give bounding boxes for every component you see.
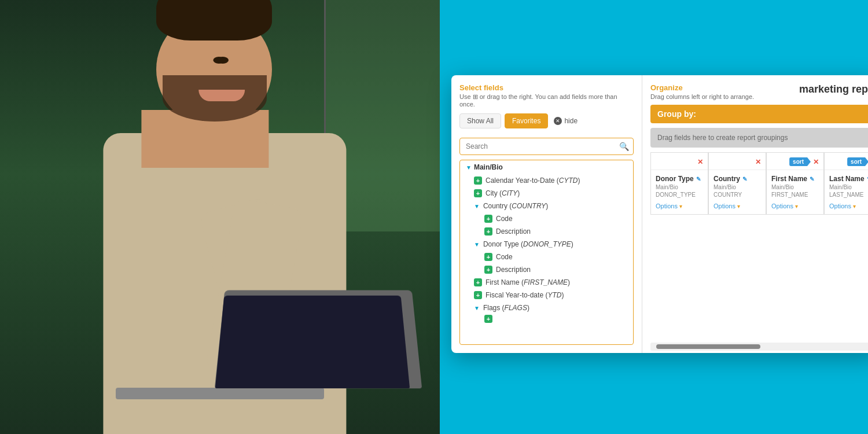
chevron-down-icon: ▼: [466, 164, 472, 171]
tabs-row: Show All Favorites ✕ hide: [459, 113, 634, 128]
remove-first-name-button[interactable]: ✕: [813, 158, 819, 166]
group-drop-zone[interactable]: Drag fields here to create report groupi…: [650, 128, 868, 148]
column-country-body: Country ✎ Main/Bio COUNTRY Options: [709, 170, 766, 214]
group-country[interactable]: ▼ Country (COUNTRY): [460, 200, 633, 212]
right-section: Select fields Use ⊞ or drag to the right…: [440, 0, 868, 434]
organize-header: Organize Drag columns left or right to a…: [642, 75, 868, 105]
group-main-bio-label: Main/Bio: [474, 163, 503, 171]
chevron-down-icon: ▼: [474, 241, 480, 248]
field-first-name[interactable]: + First Name (FIRST_NAME): [460, 276, 633, 289]
columns-row: ✕ Donor Type ✎ Main/Bio DONOR_TYPE Optio…: [650, 152, 868, 215]
plus-icon: +: [484, 315, 492, 323]
column-country: ✕ Country ✎ Main/Bio COUNTRY Options: [708, 152, 766, 215]
column-first-name-body: First Name ✎ Main/Bio FIRST_NAME Options: [767, 170, 823, 214]
column-first-name: sort ✕ First Name ✎ Main/Bio FIRST_NAME: [766, 152, 824, 215]
field-donor-type-code-label: Code: [496, 253, 513, 261]
column-last-name-db: LAST_NAME: [829, 192, 868, 198]
field-calendar-ytd[interactable]: + Calendar Year-to-Date (CYTD): [460, 174, 633, 187]
group-flags[interactable]: ▼ Flags (FLAGS): [460, 301, 633, 314]
column-first-name-name: First Name ✎: [771, 175, 819, 183]
select-fields-subtitle: Use ⊞ or drag to the right. You can add …: [459, 93, 634, 108]
select-fields-header: Select fields Use ⊞ or drag to the right…: [451, 75, 642, 138]
column-donor-type-header: ✕: [651, 153, 708, 170]
column-country-name: Country ✎: [713, 175, 761, 183]
tab-favorites[interactable]: Favorites: [505, 113, 548, 128]
plus-icon: +: [484, 215, 492, 223]
group-donor-type[interactable]: ▼ Donor Type (DONOR_TYPE): [460, 238, 633, 251]
report-title: marketing report: [799, 83, 868, 95]
column-donor-type-name: Donor Type ✎: [656, 175, 703, 183]
options-last-name-link[interactable]: Options: [829, 203, 868, 209]
column-name-text: First Name: [771, 175, 807, 183]
column-last-name: sort ✕ Last Name ✎ Main/Bio LAST_NAME: [824, 152, 868, 215]
field-country-description-label: Description: [496, 227, 531, 236]
options-first-name-link[interactable]: Options: [771, 203, 819, 209]
options-country-link[interactable]: Options: [713, 203, 761, 209]
hide-icon: ✕: [554, 117, 562, 125]
search-icon-button[interactable]: 🔍: [619, 142, 629, 151]
search-input[interactable]: [459, 138, 634, 155]
edit-country-icon[interactable]: ✎: [742, 176, 747, 182]
field-fiscal-ytd-label: Fiscal Year-to-date (YTD): [486, 291, 564, 299]
search-box: 🔍: [459, 138, 634, 155]
plus-icon: +: [484, 227, 492, 236]
column-last-name-path: Main/Bio: [829, 184, 868, 190]
column-last-name-body: Last Name ✎ Main/Bio LAST_NAME Options: [825, 170, 868, 214]
field-country-code[interactable]: + Code: [460, 212, 633, 225]
column-last-name-header: sort ✕: [825, 153, 868, 170]
hide-label: hide: [564, 117, 578, 125]
fields-list: ▼ Main/Bio + Calendar Year-to-Date (CYTD…: [459, 160, 634, 345]
column-country-db: COUNTRY: [713, 192, 761, 198]
field-first-name-label: First Name (FIRST_NAME): [486, 278, 570, 286]
organize-subtitle: Drag columns left or right to arrange.: [650, 93, 799, 100]
column-last-name-name: Last Name ✎: [829, 175, 868, 183]
field-donor-type-description[interactable]: + Description: [460, 263, 633, 276]
field-donor-type-description-label: Description: [496, 266, 531, 274]
column-first-name-db: FIRST_NAME: [771, 192, 819, 198]
organize-title: Organize: [650, 83, 799, 92]
field-country-description[interactable]: + Description: [460, 225, 633, 238]
sort-last-name-badge[interactable]: sort: [847, 157, 868, 166]
modal-body: Select fields Use ⊞ or drag to the right…: [451, 75, 868, 353]
column-name-text: Donor Type: [656, 175, 694, 183]
field-donor-type-code[interactable]: + Code: [460, 251, 633, 263]
group-donor-type-label: Donor Type (DONOR_TYPE): [483, 240, 573, 248]
column-donor-type-body: Donor Type ✎ Main/Bio DONOR_TYPE Options: [651, 170, 708, 214]
plus-icon: +: [474, 176, 482, 185]
scroll-thumb[interactable]: [656, 344, 760, 349]
column-donor-type-db: DONOR_TYPE: [656, 192, 703, 198]
options-donor-type-link[interactable]: Options: [656, 203, 703, 209]
hide-button[interactable]: ✕ hide: [554, 117, 578, 125]
plus-icon: +: [474, 291, 482, 299]
field-city[interactable]: + City (CITY): [460, 187, 633, 200]
column-country-header: ✕: [709, 153, 766, 170]
columns-area: ✕ Donor Type ✎ Main/Bio DONOR_TYPE Optio…: [642, 152, 868, 340]
group-main-bio[interactable]: ▼ Main/Bio: [460, 160, 633, 174]
field-city-label: City (CITY): [486, 189, 520, 197]
field-flags-sub[interactable]: +: [460, 314, 633, 323]
horizontal-scrollbar[interactable]: [650, 343, 868, 351]
column-donor-type-path: Main/Bio: [656, 184, 703, 190]
chevron-down-icon: ▼: [474, 203, 480, 209]
column-donor-type: ✕ Donor Type ✎ Main/Bio DONOR_TYPE Optio…: [650, 152, 708, 215]
plus-icon: +: [484, 266, 492, 274]
remove-donor-type-button[interactable]: ✕: [697, 158, 703, 166]
chevron-down-icon: ▼: [474, 305, 480, 311]
column-first-name-path: Main/Bio: [771, 184, 819, 190]
edit-first-name-icon[interactable]: ✎: [810, 176, 814, 182]
column-first-name-header: sort ✕: [767, 153, 823, 170]
tab-show-all[interactable]: Show All: [459, 113, 501, 128]
plus-icon: +: [484, 253, 492, 261]
field-country-code-label: Code: [496, 215, 513, 223]
background-photo: [0, 0, 440, 434]
remove-country-button[interactable]: ✕: [755, 158, 761, 166]
field-fiscal-ytd[interactable]: + Fiscal Year-to-date (YTD): [460, 289, 633, 301]
select-fields-panel: Select fields Use ⊞ or drag to the right…: [451, 75, 642, 353]
select-fields-title: Select fields: [459, 83, 634, 92]
group-by-bar: Group by:: [650, 105, 868, 123]
edit-donor-type-icon[interactable]: ✎: [696, 176, 701, 182]
modal-dialog: Select fields Use ⊞ or drag to the right…: [451, 75, 868, 353]
sort-first-name-badge[interactable]: sort: [789, 157, 811, 166]
group-country-label: Country (COUNTRY): [483, 202, 548, 210]
plus-icon: +: [474, 278, 482, 286]
